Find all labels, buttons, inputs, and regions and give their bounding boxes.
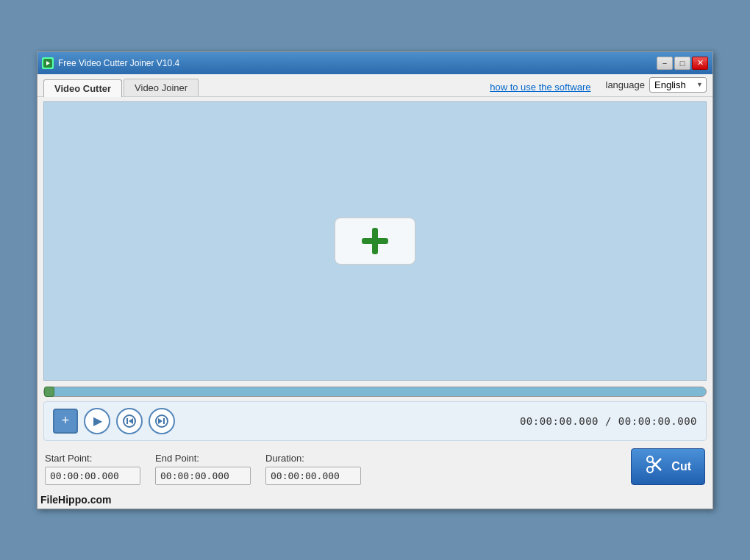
start-point-label: Start Point: (45, 453, 140, 464)
mark-in-button[interactable] (116, 408, 143, 434)
seek-bar[interactable] (43, 387, 707, 397)
close-button[interactable]: ✕ (692, 57, 708, 70)
add-video-button[interactable] (335, 218, 415, 265)
add-video-icon (359, 225, 391, 257)
language-section: language English French German Spanish C… (606, 77, 707, 96)
howto-link[interactable]: how to use the software (490, 82, 590, 96)
window-controls: − □ ✕ (657, 57, 708, 70)
duration-group: Duration: (265, 453, 361, 485)
content-area: + ▶ 00:00:00.000 / 00:00:0 (38, 97, 712, 489)
mark-out-button[interactable] (149, 408, 175, 434)
tab-video-joiner[interactable]: Video Joiner (124, 79, 199, 96)
duration-label: Duration: (265, 453, 361, 464)
end-point-group: End Point: (155, 453, 251, 485)
add-file-button[interactable]: + (53, 409, 78, 434)
bottom-controls: Start Point: End Point: Duration: (43, 448, 707, 485)
language-select[interactable]: English French German Spanish Chinese (649, 77, 707, 93)
controls-bar: + ▶ 00:00:00.000 / 00:00:0 (43, 401, 707, 441)
end-point-input[interactable] (155, 467, 251, 485)
svg-point-11 (647, 467, 653, 473)
play-button[interactable]: ▶ (84, 408, 110, 434)
seek-bar-container (43, 381, 707, 401)
maximize-button[interactable]: □ (674, 57, 690, 70)
svg-rect-5 (126, 418, 128, 424)
svg-rect-8 (163, 418, 165, 424)
tab-video-cutter[interactable]: Video Cutter (43, 79, 122, 97)
cut-button[interactable]: Cut (631, 448, 705, 485)
end-point-label: End Point: (155, 453, 251, 464)
watermark: FileHippo.com (38, 489, 712, 509)
seek-handle[interactable] (44, 387, 54, 397)
app-icon (42, 57, 54, 69)
svg-point-10 (647, 456, 653, 462)
minimize-button[interactable]: − (657, 57, 673, 70)
title-bar-left: Free Video Cutter Joiner V10.4 (42, 57, 179, 69)
video-preview-area[interactable] (43, 101, 707, 381)
language-label: language (606, 79, 646, 90)
start-point-group: Start Point: (45, 453, 140, 485)
svg-marker-9 (158, 418, 162, 424)
time-display: 00:00:00.000 / 00:00:00.000 (520, 415, 697, 427)
menu-bar: Video Cutter Video Joiner how to use the… (38, 74, 712, 97)
language-select-wrapper: English French German Spanish Chinese (649, 77, 707, 93)
start-point-input[interactable] (45, 467, 140, 485)
window-title: Free Video Cutter Joiner V10.4 (58, 58, 179, 68)
svg-rect-3 (362, 238, 388, 244)
scissors-icon (645, 454, 665, 478)
main-window: Free Video Cutter Joiner V10.4 − □ ✕ Vid… (37, 51, 713, 509)
title-bar: Free Video Cutter Joiner V10.4 − □ ✕ (38, 52, 712, 74)
svg-marker-6 (129, 418, 133, 424)
duration-input[interactable] (265, 467, 361, 485)
